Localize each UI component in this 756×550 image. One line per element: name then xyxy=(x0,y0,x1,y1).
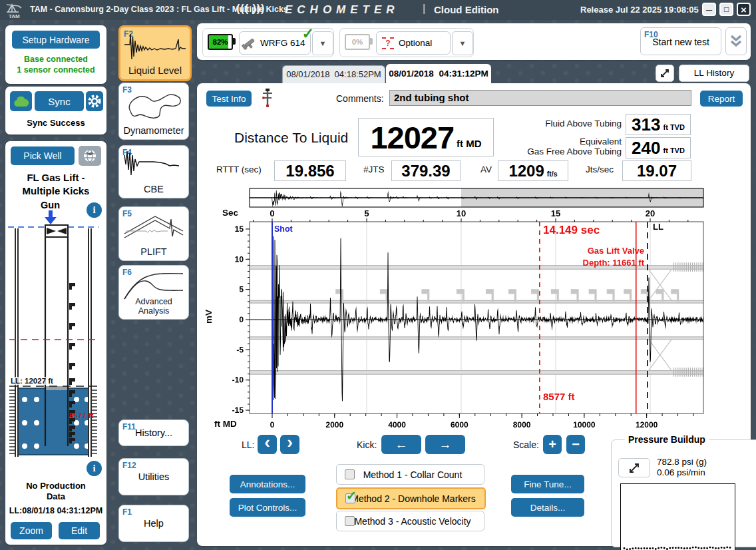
tab-dynamometer[interactable]: F3 Dynamometer xyxy=(118,83,189,140)
tab-liquid-level[interactable]: F2 Liquid Level xyxy=(118,25,192,81)
gun-device-name: WRFG 614 xyxy=(260,38,305,48)
well-info-button[interactable]: i xyxy=(87,202,102,218)
method-1-checkbox[interactable]: Method 1 - Collar Count xyxy=(336,464,484,485)
tab-test-1[interactable]: 08/01/2018 04:18:52PM xyxy=(282,65,385,83)
comments-input[interactable]: 2nd tubing shot xyxy=(389,90,691,106)
checkbox-icon xyxy=(345,516,355,526)
battery-icon: 82% xyxy=(208,34,233,50)
utilities-button[interactable]: F12 Utilities xyxy=(118,458,189,495)
method-3-checkbox[interactable]: Method 3 - Acoustic Velocity xyxy=(336,511,484,531)
kick-prev-button[interactable]: ← xyxy=(381,435,421,454)
svg-text:TAM: TAM xyxy=(9,13,20,19)
production-info-button[interactable]: i xyxy=(87,461,102,476)
expand-diagonal-icon xyxy=(660,68,670,79)
sync-settings-button[interactable] xyxy=(86,91,103,111)
cloud-sync-button[interactable] xyxy=(10,91,32,111)
start-new-test-label: Start new test xyxy=(641,37,721,47)
liquid-level-icon xyxy=(124,31,186,61)
annotations-button[interactable]: Annotations... xyxy=(230,475,305,493)
close-icon: × xyxy=(741,4,747,15)
well-name-line2: Multiple Kicks xyxy=(5,185,106,196)
help-label: Help xyxy=(119,518,188,529)
ll-prev-button[interactable]: ‹ xyxy=(258,435,277,454)
sensor-connected-status: 1 sensor connected xyxy=(5,65,106,75)
double-chevron-down-icon xyxy=(729,34,743,49)
pressure-expand-button[interactable] xyxy=(618,458,650,477)
plot-controls-button[interactable]: Plot Controls... xyxy=(230,498,305,517)
mode-label: PLIFT xyxy=(119,246,188,257)
sync-status: Sync Success xyxy=(5,118,106,128)
globe-button[interactable] xyxy=(79,146,101,166)
dynamometer-icon xyxy=(123,90,184,122)
acoustic-chart-canvas[interactable] xyxy=(216,186,709,429)
toolbar-card: 82% WRFG 614 ✓ ▼ 0% ? xyxy=(197,23,751,60)
optional-device-button[interactable]: ? Optional xyxy=(376,31,451,55)
battery-level: 82% xyxy=(212,38,228,46)
close-button[interactable]: × xyxy=(737,3,751,16)
pressure-buildup-chart[interactable] xyxy=(620,483,735,550)
start-new-test-button[interactable]: F10 Start new test xyxy=(640,27,721,55)
hardware-card: Setup Hardware Base connected 1 sensor c… xyxy=(5,25,106,84)
fkey-label: F1 xyxy=(122,507,132,517)
fine-tune-button[interactable]: Fine Tune... xyxy=(511,475,584,493)
equivalent-label-line1: Equivalent xyxy=(503,137,622,146)
minimize-button[interactable]: — xyxy=(702,3,716,16)
collapse-toolbar-button[interactable] xyxy=(725,27,747,55)
jts-sec-value: 19.07 xyxy=(637,162,677,180)
scale-nav-label: Scale: xyxy=(513,439,539,450)
no-production-line1: No Production xyxy=(5,481,106,491)
release-label: Release Jul 22 2025 19:08:05 xyxy=(580,5,699,15)
setup-hardware-button[interactable]: Setup Hardware xyxy=(12,31,100,49)
edition-label: Cloud Edition xyxy=(434,4,498,15)
av-label: AV xyxy=(480,164,492,174)
minimize-icon: — xyxy=(706,7,712,13)
tab-cbe[interactable]: F4 CBE xyxy=(118,145,189,198)
scale-minus-button[interactable]: − xyxy=(566,435,585,454)
wellhead-icon xyxy=(261,87,274,109)
arrow-left-icon: ← xyxy=(395,437,408,452)
wellbore-schematic xyxy=(8,220,98,467)
expand-plot-button[interactable] xyxy=(656,65,674,82)
well-edit-button[interactable]: Edit xyxy=(59,522,100,539)
av-value-box: 1209 ft/s xyxy=(498,160,568,181)
kick-nav-label: Kick: xyxy=(357,439,377,450)
sound-wave-icon: ((( ))) xyxy=(236,3,265,15)
sensor-group-2: 0% ? Optional ▼ xyxy=(339,28,474,57)
test-info-button[interactable]: Test Info xyxy=(206,91,252,107)
method-2-checkbox[interactable]: ✓ Method 2 - Downhole Markers xyxy=(336,487,486,509)
tam-logo: TAM xyxy=(5,1,25,19)
sync-button[interactable]: Sync xyxy=(35,91,84,111)
gun-device-button[interactable]: WRFG 614 ✓ xyxy=(239,31,311,55)
mode-label: Liquid Level xyxy=(120,65,190,76)
pick-well-button[interactable]: Pick Well xyxy=(11,146,75,165)
equivalent-label-line2: Gas Free Above Tubing xyxy=(503,146,622,156)
maximize-button[interactable]: □ xyxy=(719,3,733,16)
ll-next-button[interactable]: › xyxy=(280,435,299,454)
comments-label: Comments: xyxy=(336,93,384,104)
check-icon: ✓ xyxy=(346,488,357,503)
help-button[interactable]: F1 Help xyxy=(118,505,189,542)
maximize-icon: □ xyxy=(724,5,729,14)
tab-plift[interactable]: F5 PLIFT xyxy=(118,206,189,261)
av-unit: ft/s xyxy=(547,170,558,178)
scale-plus-button[interactable]: + xyxy=(543,435,562,454)
history-button[interactable]: F11 History... xyxy=(118,419,189,446)
no-production-line2: Data xyxy=(5,491,106,501)
mode-label: Dynamometer xyxy=(119,125,188,136)
mode-label: Advanced Analysis xyxy=(119,297,188,316)
ll-timestamp: LL:08/01/18 04:31:12PM xyxy=(5,506,106,515)
details-button[interactable]: Details... xyxy=(511,498,584,517)
well-card: Pick Well FL Gas Lift - Multiple Kicks G… xyxy=(5,141,106,545)
report-button[interactable]: Report xyxy=(700,91,743,107)
tab-advanced-analysis[interactable]: F6 Advanced Analysis xyxy=(118,265,189,320)
optional-dropdown-button[interactable]: ▼ xyxy=(452,31,473,55)
distance-to-liquid-label: Distance To Liquid xyxy=(234,130,348,146)
tab-test-2-active[interactable]: 08/01/2018 04:31:12PM xyxy=(386,64,491,83)
ll-history-button[interactable]: LL History xyxy=(679,65,749,82)
cbe-icon xyxy=(123,148,184,180)
rttt-value-box: 19.856 xyxy=(274,160,346,181)
minus-icon: − xyxy=(572,437,580,452)
kick-next-button[interactable]: → xyxy=(425,435,465,454)
well-zoom-button[interactable]: Zoom xyxy=(11,522,52,539)
gun-dropdown-button[interactable]: ▼ xyxy=(312,31,333,55)
